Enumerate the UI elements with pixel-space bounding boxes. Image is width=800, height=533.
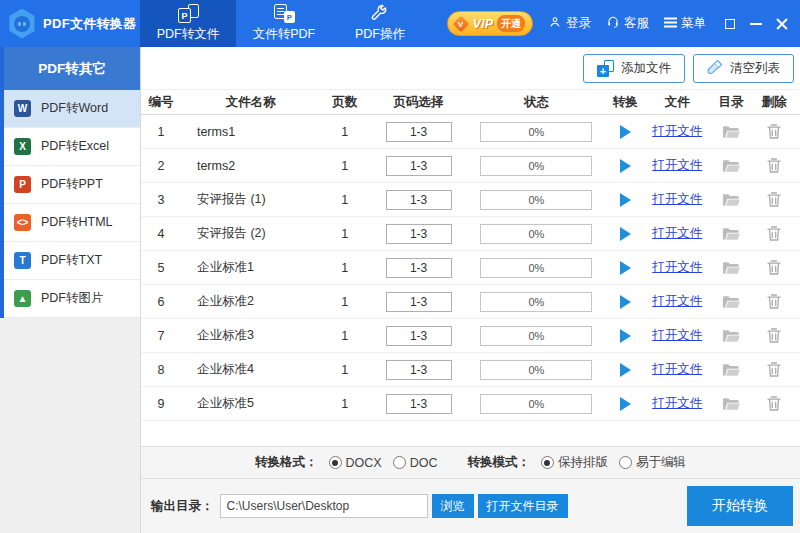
file-type-icon: P: [14, 176, 31, 193]
radio-option[interactable]: 保持排版: [541, 454, 608, 471]
page-range-input[interactable]: [386, 326, 452, 346]
delete-icon[interactable]: [767, 158, 781, 173]
start-convert-button[interactable]: 开始转换: [687, 486, 793, 526]
page-range-input[interactable]: [386, 122, 452, 142]
sidebar-item[interactable]: W PDF转Word: [4, 90, 140, 128]
sidebar-item[interactable]: ▲ PDF转图片: [4, 280, 140, 318]
folder-icon[interactable]: [722, 329, 740, 343]
table-row: 7 企业标准3 1 0% 打开文件: [141, 319, 800, 353]
sidebar-item-label: PDF转HTML: [41, 214, 113, 231]
column-header: 目录: [708, 94, 754, 111]
open-file-link[interactable]: 打开文件: [652, 191, 702, 208]
open-file-link[interactable]: 打开文件: [652, 395, 702, 412]
convert-play-button[interactable]: [620, 125, 631, 139]
delete-icon[interactable]: [767, 124, 781, 139]
open-output-folder-button[interactable]: 打开文件目录: [478, 494, 568, 518]
page-range-input[interactable]: [386, 224, 452, 244]
page-range-input[interactable]: [386, 394, 452, 414]
close-icon[interactable]: [776, 18, 788, 30]
login-button[interactable]: 登录: [548, 15, 591, 32]
radio-option[interactable]: DOC: [393, 456, 438, 470]
tab-pdf-to-file[interactable]: P PDF转文件: [140, 0, 236, 47]
open-file-link[interactable]: 打开文件: [652, 259, 702, 276]
tab-file-to-pdf[interactable]: P 文件转PDF: [236, 0, 332, 47]
tab-pdf-operations[interactable]: PDF操作: [332, 0, 428, 47]
convert-play-button[interactable]: [620, 329, 631, 343]
page-count: 1: [321, 363, 369, 377]
sidebar-nav: W PDF转Word X PDF转Excel P PDF转PPT <> PDF转…: [0, 90, 140, 318]
output-path-input[interactable]: [220, 494, 428, 518]
table-empty-space: [141, 421, 800, 446]
delete-icon[interactable]: [767, 396, 781, 411]
delete-icon[interactable]: [767, 226, 781, 241]
open-file-link[interactable]: 打开文件: [652, 225, 702, 242]
page-range-input[interactable]: [386, 156, 452, 176]
radio-label: DOC: [410, 456, 438, 470]
open-file-link[interactable]: 打开文件: [652, 293, 702, 310]
open-file-link[interactable]: 打开文件: [652, 361, 702, 378]
maximize-icon[interactable]: [724, 18, 736, 30]
folder-icon[interactable]: [722, 159, 740, 173]
page-count: 1: [321, 125, 369, 139]
file-to-pdf-icon: P: [273, 4, 295, 23]
progress-value: 0%: [528, 194, 544, 206]
folder-icon[interactable]: [722, 295, 740, 309]
hamburger-icon: [664, 17, 677, 31]
convert-play-button[interactable]: [620, 159, 631, 173]
sidebar-item[interactable]: P PDF转PPT: [4, 166, 140, 204]
radio-icon: [329, 456, 342, 469]
delete-icon[interactable]: [767, 260, 781, 275]
page-range-input[interactable]: [386, 360, 452, 380]
folder-icon[interactable]: [722, 227, 740, 241]
folder-icon[interactable]: [722, 125, 740, 139]
sidebar-item[interactable]: <> PDF转HTML: [4, 204, 140, 242]
delete-icon[interactable]: [767, 362, 781, 377]
column-header: 文件名称: [181, 94, 321, 111]
customer-service-button[interactable]: 客服: [606, 15, 649, 32]
file-type-icon: ▲: [14, 290, 31, 307]
radio-option[interactable]: DOCX: [329, 456, 382, 470]
delete-icon[interactable]: [767, 192, 781, 207]
vip-upgrade-button[interactable]: V VIP 开通: [447, 11, 533, 36]
sidebar-item-label: PDF转Excel: [41, 138, 109, 155]
page-count: 1: [321, 159, 369, 173]
sidebar-item[interactable]: X PDF转Excel: [4, 128, 140, 166]
sidebar: PDF转其它 W PDF转Word X PDF转Excel P PDF转PPT …: [0, 47, 140, 533]
page-range-input[interactable]: [386, 258, 452, 278]
delete-icon[interactable]: [767, 294, 781, 309]
folder-icon[interactable]: [722, 363, 740, 377]
progress-value: 0%: [528, 126, 544, 138]
convert-play-button[interactable]: [620, 261, 631, 275]
sidebar-item[interactable]: T PDF转TXT: [4, 242, 140, 280]
file-name: 企业标准5: [181, 395, 321, 412]
convert-play-button[interactable]: [620, 295, 631, 309]
convert-play-button[interactable]: [620, 193, 631, 207]
page-range-input[interactable]: [386, 190, 452, 210]
file-table-body: 1 terms1 1 0% 打开文件 2 terms2 1: [141, 115, 800, 421]
open-file-link[interactable]: 打开文件: [652, 157, 702, 174]
open-file-link[interactable]: 打开文件: [652, 327, 702, 344]
column-header: 编号: [141, 94, 181, 111]
menu-button[interactable]: 菜单: [664, 15, 706, 32]
browse-button[interactable]: 浏览: [432, 494, 474, 518]
folder-icon[interactable]: [722, 397, 740, 411]
radio-option[interactable]: 易于编辑: [619, 454, 686, 471]
delete-icon[interactable]: [767, 328, 781, 343]
app-window: PDF文件转换器 P PDF转文件 P 文件转PDF: [0, 0, 800, 533]
folder-icon[interactable]: [722, 261, 740, 275]
column-header: 页数: [321, 94, 369, 111]
open-file-link[interactable]: 打开文件: [652, 123, 702, 140]
page-range-input[interactable]: [386, 292, 452, 312]
convert-play-button[interactable]: [620, 227, 631, 241]
add-files-button[interactable]: + 添加文件: [583, 54, 685, 83]
minimize-icon[interactable]: [750, 18, 762, 30]
main-area: PDF转其它 W PDF转Word X PDF转Excel P PDF转PPT …: [0, 47, 800, 533]
tab-label: 文件转PDF: [253, 26, 316, 43]
radio-label: 易于编辑: [636, 454, 686, 471]
tab-label: PDF转文件: [157, 26, 220, 43]
folder-icon[interactable]: [722, 193, 740, 207]
clear-list-button[interactable]: 清空列表: [693, 54, 794, 83]
convert-play-button[interactable]: [620, 397, 631, 411]
progress-value: 0%: [528, 262, 544, 274]
convert-play-button[interactable]: [620, 363, 631, 377]
